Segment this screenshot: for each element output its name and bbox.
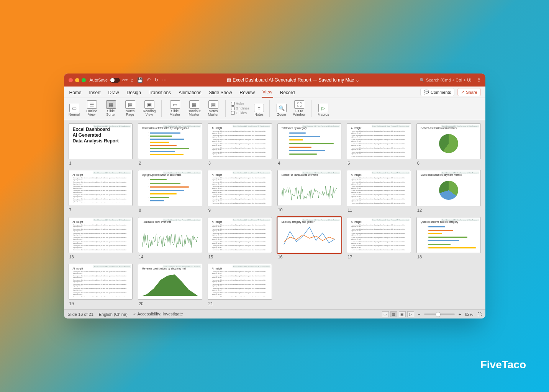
reading-view-button[interactable]: ▣Reading View <box>141 100 157 117</box>
slide-number: 11 <box>347 208 411 212</box>
slide-cell: Excel Dashboard AI · Your Personal AI Da… <box>277 170 342 212</box>
slide-cell: Excel Dashboard AI · Your Personal AI Da… <box>69 217 133 259</box>
reading-view-icon[interactable]: ▣ <box>399 311 406 317</box>
undo-icon[interactable]: ↶ <box>147 77 151 83</box>
zoom-slider[interactable] <box>424 314 455 315</box>
tab-home[interactable]: Home <box>69 88 82 98</box>
gridlines-checkbox[interactable]: Gridlines <box>231 106 250 110</box>
close-window-button[interactable] <box>69 78 73 82</box>
slide-position[interactable]: Slide 16 of 21 <box>68 312 93 317</box>
tab-animations[interactable]: Animations <box>178 88 202 98</box>
slide-cell: Excel Dashboard AI · Your Personal AI Da… <box>138 170 202 212</box>
zoom-button[interactable]: 🔍Zoom <box>275 100 288 117</box>
notes-toggle-button[interactable]: ≡Notes <box>252 100 265 117</box>
slide-thumbnail[interactable]: Excel Dashboard AI · Your Personal AI Da… <box>69 217 133 253</box>
fit-slide-icon[interactable]: ⛶ <box>477 312 482 317</box>
slide-thumbnail[interactable]: Excel Dashboard AI · Your Personal AI Da… <box>138 123 202 159</box>
document-title[interactable]: ▧ Excel Dashboard AI-Generated Report — … <box>167 77 419 83</box>
outline-view-button[interactable]: ☰Outline View <box>84 100 100 117</box>
slide-cell: Excel Dashboard AI · Your Personal AI Da… <box>416 123 481 165</box>
slide-thumbnail[interactable]: Excel Dashboard AI · Your Personal AI Da… <box>208 170 272 206</box>
slide-thumbnail[interactable]: Excel Dashboard AI · Your Personal AI Da… <box>347 217 411 253</box>
notes-master-button[interactable]: ▤Notes Master <box>205 100 221 117</box>
home-icon[interactable]: ⌂ <box>131 77 133 83</box>
language-indicator[interactable]: English (China) <box>99 312 128 317</box>
slide-thumbnail[interactable]: Excel Dashboard AI · Your Personal AI Da… <box>416 170 481 206</box>
autosave-toggle[interactable]: AutoSave OFF <box>90 78 128 83</box>
slide-thumbnail[interactable]: Excel Dashboard AI · Your Personal AI Da… <box>138 170 202 206</box>
slide-number: 15 <box>208 255 272 259</box>
ribbon-group-master-views: ▭Slide Master ▦Handout Master ▤Notes Mas… <box>167 100 226 117</box>
tab-insert[interactable]: Insert <box>88 88 102 98</box>
more-icon[interactable]: ⋯ <box>162 77 167 83</box>
quick-access-toolbar: ⌂ 💾 ↶ ↻ ⋯ <box>131 77 167 83</box>
autosave-label: AutoSave <box>90 78 108 82</box>
slide-number: 20 <box>139 301 202 306</box>
share-icon: ↗ <box>461 90 464 95</box>
slide-number: 18 <box>417 255 481 259</box>
slideshow-view-icon[interactable]: ▷ <box>407 311 414 317</box>
slide-thumbnail[interactable]: Excel Dashboard AI · Your Personal AI Da… <box>208 123 272 159</box>
slide-cell: Excel Dashboard AI · Your Personal AI Da… <box>347 217 411 259</box>
notes-page-button[interactable]: ▤Notes Page <box>122 100 138 117</box>
search-field[interactable]: 🔍 Search (Cmd + Ctrl + U) <box>420 78 472 83</box>
powerpoint-window: AutoSave OFF ⌂ 💾 ↶ ↻ ⋯ ▧ Excel Dashboard… <box>64 74 485 318</box>
fit-to-window-button[interactable]: ⛶Fit to Window <box>291 100 307 117</box>
handout-master-button[interactable]: ▦Handout Master <box>186 100 202 117</box>
slide-number: 2 <box>139 161 202 165</box>
tab-transitions[interactable]: Transitions <box>148 88 172 98</box>
slide-sorter-pane[interactable]: Excel Dashboard AI · Your Personal AI Da… <box>64 120 485 309</box>
slide-thumbnail[interactable]: Excel Dashboard AI · Your Personal AI Da… <box>69 123 133 159</box>
sorter-view-icon[interactable]: ▦ <box>390 311 397 317</box>
slide-thumbnail[interactable]: Excel Dashboard AI · Your Personal AI Da… <box>138 217 202 253</box>
minimize-window-button[interactable] <box>75 78 79 82</box>
zoom-in-button[interactable]: + <box>459 312 461 317</box>
ribbon-group-macros: ▷Macros <box>317 100 334 117</box>
slide-number: 3 <box>208 161 272 165</box>
share-menu-icon[interactable]: ⇪ <box>477 77 481 83</box>
redo-icon[interactable]: ↻ <box>154 77 158 83</box>
save-icon[interactable]: 💾 <box>137 77 143 83</box>
slide-thumbnail[interactable]: Excel Dashboard AI · Your Personal AI Da… <box>277 170 342 206</box>
tab-review[interactable]: Review <box>239 88 256 98</box>
zoom-out-button[interactable]: − <box>418 312 420 317</box>
slide-thumbnail[interactable]: Excel Dashboard AI · Your Personal AI Da… <box>208 217 272 253</box>
slide-thumbnail[interactable]: Excel Dashboard AI · Your Personal AI Da… <box>347 123 411 159</box>
slide-thumbnail[interactable]: Excel Dashboard AI · Your Personal AI Da… <box>69 170 133 206</box>
ribbon-group-presentation-views: ▭Normal ☰Outline View ▦Slide Sorter ▤Not… <box>68 100 162 117</box>
slide-number: 8 <box>139 208 202 212</box>
slide-thumbnail[interactable]: Excel Dashboard AI · Your Personal AI Da… <box>277 217 342 253</box>
slide-thumbnail[interactable]: Excel Dashboard AI · Your Personal AI Da… <box>347 170 411 206</box>
slide-number: 19 <box>69 301 133 306</box>
slide-number: 4 <box>278 161 342 165</box>
tab-record[interactable]: Record <box>279 88 296 98</box>
maximize-window-button[interactable] <box>82 78 86 82</box>
comments-button[interactable]: 💬 Comments <box>420 88 454 96</box>
slide-thumbnail[interactable]: Excel Dashboard AI · Your Personal AI Da… <box>416 123 481 159</box>
slide-thumbnail[interactable]: Excel Dashboard AI · Your Personal AI Da… <box>208 264 272 300</box>
autosave-state: OFF <box>122 79 128 82</box>
tab-view[interactable]: View <box>262 87 273 98</box>
tab-design[interactable]: Design <box>126 88 142 98</box>
slide-cell: Excel Dashboard AI · Your Personal AI Da… <box>208 217 272 259</box>
search-icon: 🔍 <box>420 78 425 82</box>
slide-thumbnail[interactable]: Excel Dashboard AI · Your Personal AI Da… <box>138 264 202 300</box>
normal-view-button[interactable]: ▭Normal <box>68 100 81 117</box>
normal-view-icon[interactable]: ▭ <box>382 311 389 317</box>
accessibility-checker[interactable]: ✓ Accessibility: Investigate <box>133 312 183 317</box>
share-button[interactable]: ↗ Share <box>457 88 480 96</box>
slide-thumbnail[interactable]: Excel Dashboard AI · Your Personal AI Da… <box>416 217 481 253</box>
slide-master-button[interactable]: ▭Slide Master <box>167 100 183 117</box>
status-bar: Slide 16 of 21 English (China) ✓ Accessi… <box>64 309 485 318</box>
macros-button[interactable]: ▷Macros <box>317 100 330 117</box>
tab-draw[interactable]: Draw <box>108 88 120 98</box>
slide-cell: Excel Dashboard AI · Your Personal AI Da… <box>69 123 133 165</box>
tab-slideshow[interactable]: Slide Show <box>208 88 233 98</box>
zoom-percentage[interactable]: 82% <box>465 312 473 317</box>
guides-checkbox[interactable]: Guides <box>231 111 250 115</box>
slide-number: 5 <box>347 161 411 165</box>
slide-sorter-button[interactable]: ▦Slide Sorter <box>103 100 119 117</box>
slide-thumbnail[interactable]: Excel Dashboard AI · Your Personal AI Da… <box>277 123 342 159</box>
slide-thumbnail[interactable]: Excel Dashboard AI · Your Personal AI Da… <box>69 264 133 300</box>
ruler-checkbox[interactable]: Ruler <box>231 102 250 106</box>
